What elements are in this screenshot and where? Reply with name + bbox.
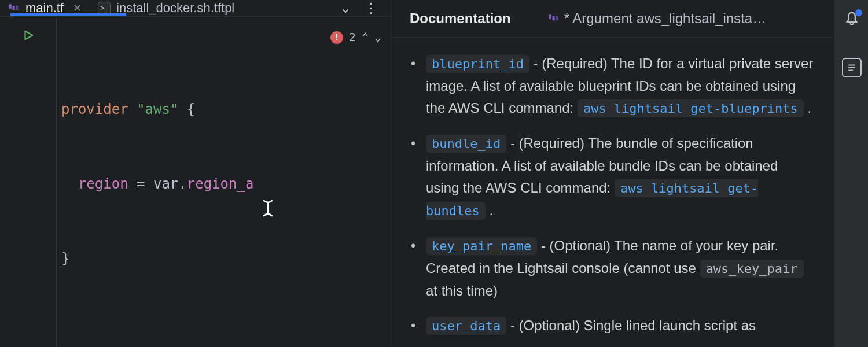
svg-rect-1 [13,6,15,10]
notifications-icon[interactable] [844,10,860,29]
inline-code: aws_key_pair [700,260,804,278]
code-line: provider "aws" { [57,97,391,122]
terraform-icon [548,13,560,24]
tab-documentation[interactable]: Documentation [403,10,518,27]
tab-label: install_docker.sh.tftpl [116,1,234,16]
documentation-pane: Documentation * Argument aws_lightsail_i… [391,0,834,347]
close-icon[interactable]: ✕ [73,2,82,14]
code-area[interactable]: ! 2 ⌃ ⌄ provider "aws" { region = var.re… [57,17,391,347]
terraform-icon [8,2,20,14]
notification-dot [855,9,862,16]
doc-body[interactable]: blueprint_id - (Required) The ID for a v… [391,38,834,347]
documentation-tool-icon[interactable] [842,58,862,77]
cli-command: aws lightsail get-blueprints [578,99,804,117]
code-line [57,321,391,346]
svg-rect-2 [16,6,18,10]
doc-tabbar: Documentation * Argument aws_lightsail_i… [391,0,834,38]
doc-item-key-pair-name: key_pair_name - (Optional) The name of y… [411,235,815,302]
arg-name: key_pair_name [426,237,537,255]
doc-tab-label: * Argument aws_lightsail_insta… [564,10,767,27]
svg-rect-0 [9,4,12,9]
svg-rect-3 [549,14,551,19]
editor-tabbar: main.tf ✕ >_ install_docker.sh.tftpl ⌄ ⋮ [0,0,391,17]
editor-body[interactable]: ! 2 ⌃ ⌄ provider "aws" { region = var.re… [0,17,391,347]
more-icon[interactable]: ⋮ [364,0,378,16]
doc-item-bundle-id: bundle_id - (Required) The bundle of spe… [411,132,815,222]
code-line: } [57,246,391,271]
chevron-down-icon[interactable]: ⌄ [340,0,351,16]
doc-item-user-data: user_data - (Optional) Single lined laun… [411,315,815,337]
error-badge[interactable]: ! [330,31,343,44]
shell-icon: >_ [98,2,111,14]
arg-name: user_data [426,317,506,335]
svg-rect-4 [552,16,554,20]
editor-status: ! 2 ⌃ ⌄ [330,25,381,50]
tab-argument[interactable]: * Argument aws_lightsail_insta… [541,10,774,27]
doc-item-blueprint-id: blueprint_id - (Required) The ID for a v… [411,53,815,120]
error-count: 2 [349,25,356,50]
active-tab-underline [10,13,126,16]
arg-name: bundle_id [426,135,506,153]
code-line: region = var.region_a [57,172,391,197]
arg-name: blueprint_id [426,55,529,73]
editor-pane: main.tf ✕ >_ install_docker.sh.tftpl ⌄ ⋮… [0,0,391,347]
fold-up-icon[interactable]: ⌃ [362,25,369,50]
svg-rect-5 [556,16,558,20]
right-rail [834,0,868,347]
run-icon[interactable] [22,25,35,50]
tabbar-actions: ⌄ ⋮ [340,0,391,16]
fold-down-icon[interactable]: ⌄ [374,25,381,50]
gutter [0,17,57,347]
